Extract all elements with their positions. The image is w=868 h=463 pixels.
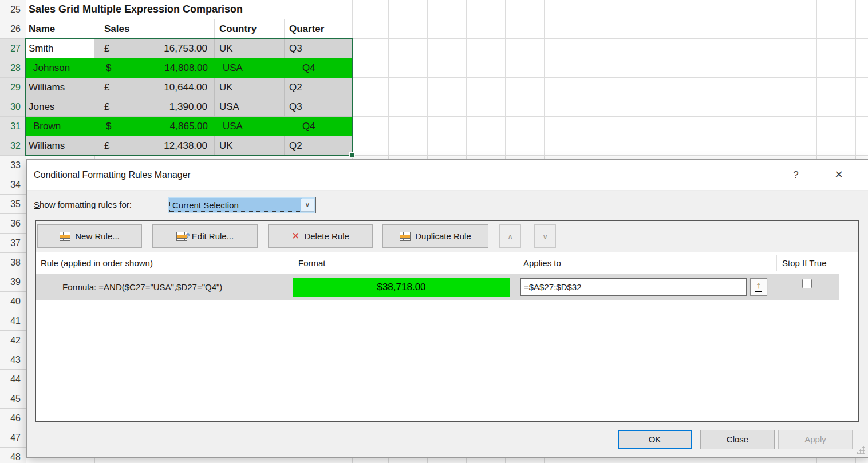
dialog-titlebar[interactable]: Conditional Formatting Rules Manager ? ✕ (27, 160, 868, 191)
row-header-40[interactable]: 40 (0, 292, 26, 311)
table-header-row: Name Sales Country Quarter (26, 19, 352, 39)
row-header-31[interactable]: 31 (0, 117, 26, 136)
rule-row[interactable]: Formula: =AND($C27="USA",$D27="Q4") $38,… (36, 274, 839, 300)
close-button[interactable]: Close (700, 430, 775, 449)
header-separator (290, 255, 290, 271)
sales-amount: 12,438.00 (164, 136, 207, 155)
row-header-32[interactable]: 32 (0, 136, 26, 156)
row-header-28[interactable]: 28 (0, 58, 26, 78)
duplicate-rule-grid-icon (400, 232, 411, 241)
row-header-37[interactable]: 37 (0, 234, 26, 253)
fill-handle[interactable] (349, 152, 355, 158)
cell-country-32[interactable]: UK (215, 136, 285, 156)
cell-name-29[interactable]: Williams (26, 78, 94, 97)
row-header-34[interactable]: 34 (0, 175, 26, 195)
cell-name-31[interactable]: Brown (26, 117, 94, 136)
list-header-applies: Applies to (523, 254, 561, 272)
sales-amount: 1,390.00 (169, 97, 207, 116)
row-header-42[interactable]: 42 (0, 331, 26, 350)
cell-quarter-31[interactable]: Q4 (285, 117, 352, 136)
row-header-25[interactable]: 25 (0, 0, 26, 19)
row-header-27[interactable]: 27 (0, 39, 26, 58)
row-header-38[interactable]: 38 (0, 253, 26, 272)
row-header-47[interactable]: 47 (0, 428, 26, 448)
sheet-title-cell[interactable]: Sales Grid Multiple Expression Compariso… (26, 0, 352, 19)
row-header-46[interactable]: 46 (0, 409, 26, 428)
cell-quarter-30[interactable]: Q3 (285, 97, 352, 117)
header-separator (776, 255, 777, 271)
col-header-country[interactable]: Country (215, 19, 285, 39)
row-header-48[interactable]: 48 (0, 448, 26, 463)
currency-symbol: £ (104, 39, 109, 58)
cell-country-29[interactable]: UK (215, 78, 285, 97)
currency-symbol: £ (104, 97, 109, 116)
cell-quarter-32[interactable]: Q2 (285, 136, 352, 156)
delete-rule-button[interactable]: ✕ Delete Rule (268, 224, 373, 248)
move-rule-up-button[interactable]: ∧ (499, 224, 521, 248)
stop-if-true-checkbox[interactable] (802, 279, 812, 288)
currency-symbol: £ (104, 78, 109, 97)
edit-rule-label: Edit Rule... (192, 231, 234, 241)
edit-rule-button[interactable]: ✎ Edit Rule... (152, 224, 258, 248)
row-header-26[interactable]: 26 (0, 19, 26, 39)
table-row-28: Johnson$14,808.00USAQ4 (26, 58, 352, 78)
ok-button[interactable]: OK (618, 430, 692, 449)
new-rule-button[interactable]: New Rule... (37, 224, 142, 248)
close-icon[interactable]: ✕ (827, 160, 850, 190)
row-header-43[interactable]: 43 (0, 350, 26, 370)
sales-amount: 14,808.00 (164, 58, 208, 77)
cell-sales-29[interactable]: £10,644.00 (94, 78, 215, 97)
rules-toolbar: New Rule... ✎ Edit Rule... ✕ Delete Rule… (36, 221, 858, 252)
col-header-sales[interactable]: Sales (94, 19, 215, 39)
cell-country-30[interactable]: USA (215, 97, 285, 117)
row-header-33[interactable]: 33 (0, 156, 26, 175)
currency-symbol: £ (104, 136, 109, 155)
row-header-41[interactable]: 41 (0, 311, 26, 331)
cell-country-31[interactable]: USA (215, 117, 285, 136)
currency-symbol: $ (106, 58, 111, 77)
rule-description: Formula: =AND($C27="USA",$D27="Q4") (62, 274, 222, 300)
cell-quarter-29[interactable]: Q2 (285, 78, 352, 97)
show-rules-dropdown[interactable]: Current Selection ∨ (168, 197, 316, 213)
chevron-up-icon: ∧ (507, 232, 513, 241)
cell-quarter-28[interactable]: Q4 (285, 58, 352, 78)
dropdown-selected-value: Current Selection (169, 198, 302, 212)
table-row-30: Jones£1,390.00USAQ3 (26, 97, 352, 117)
move-rule-down-button[interactable]: ∨ (534, 224, 556, 248)
label-post: how formatting rules for: (40, 200, 132, 209)
cell-sales-28[interactable]: $14,808.00 (94, 58, 215, 78)
row-header-39[interactable]: 39 (0, 272, 26, 292)
help-icon[interactable]: ? (784, 160, 807, 190)
cell-sales-30[interactable]: £1,390.00 (94, 97, 215, 117)
apply-button[interactable]: Apply (778, 430, 853, 449)
row-header-45[interactable]: 45 (0, 389, 26, 409)
cell-quarter-27[interactable]: Q3 (285, 39, 352, 58)
duplicate-rule-button[interactable]: Duplicate Rule (382, 224, 488, 248)
row-header-strip: 2526272829303132333435363738394041424344… (0, 0, 26, 463)
cell-sales-32[interactable]: £12,438.00 (94, 136, 215, 156)
sales-amount: 10,644.00 (164, 78, 207, 97)
cell-name-30[interactable]: Jones (26, 97, 94, 117)
applies-to-input[interactable] (520, 278, 747, 296)
cell-name-28[interactable]: Johnson (26, 58, 94, 78)
table-row-31: Brown$4,865.00USAQ4 (26, 117, 352, 136)
col-header-quarter[interactable]: Quarter (285, 19, 352, 39)
row-header-36[interactable]: 36 (0, 214, 26, 234)
row-header-44[interactable]: 44 (0, 370, 26, 389)
cell-name-27[interactable]: Smith (26, 39, 94, 58)
resize-grip[interactable] (857, 446, 865, 454)
currency-symbol: $ (106, 117, 111, 136)
chevron-down-icon: ∨ (542, 232, 548, 241)
col-header-name[interactable]: Name (26, 19, 94, 39)
cell-country-27[interactable]: UK (215, 39, 285, 58)
cell-sales-31[interactable]: $4,865.00 (94, 117, 215, 136)
cell-country-28[interactable]: USA (215, 58, 285, 78)
edit-rule-grid-icon: ✎ (176, 232, 187, 241)
cell-sales-27[interactable]: £16,753.00 (94, 39, 215, 58)
chevron-down-icon[interactable]: ∨ (301, 199, 314, 212)
cell-name-32[interactable]: Williams (26, 136, 94, 156)
row-header-29[interactable]: 29 (0, 78, 26, 97)
collapse-dialog-button[interactable]: ↑ (750, 278, 767, 296)
row-header-30[interactable]: 30 (0, 97, 26, 117)
row-header-35[interactable]: 35 (0, 195, 26, 214)
